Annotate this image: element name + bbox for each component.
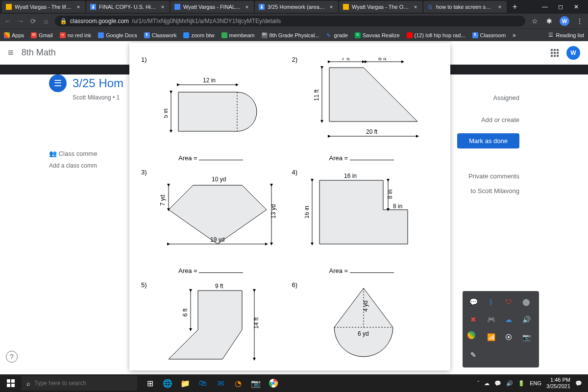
close-window-button[interactable]: ✕: [572, 3, 580, 10]
google-apps-icon[interactable]: [551, 49, 559, 57]
taskbar-search[interactable]: ⌕: [22, 376, 137, 391]
extension-icon[interactable]: ✱: [545, 17, 554, 25]
battery-icon[interactable]: 🔋: [518, 380, 525, 387]
answer-blank[interactable]: [199, 154, 243, 160]
close-icon[interactable]: ×: [497, 4, 503, 10]
bookmark-item[interactable]: ⬇Classwork: [144, 32, 177, 38]
bluetooth-icon[interactable]: ᛒ: [485, 296, 497, 308]
menu-icon[interactable]: ⋮: [575, 17, 584, 25]
wifi-icon[interactable]: 📶: [485, 331, 497, 343]
bookmark-label: no red ink: [68, 32, 91, 38]
reading-list-button[interactable]: ☰Reading list: [548, 32, 584, 38]
browser-tab[interactable]: ⬇FINAL COPY- U.S. Historic×: [86, 1, 170, 13]
dim-label: 8 in: [393, 203, 402, 210]
notifications-icon[interactable]: 💬: [575, 380, 582, 387]
tray-icon[interactable]: ⬤: [520, 296, 532, 308]
camera-icon[interactable]: 📷: [248, 376, 264, 391]
close-icon[interactable]: ×: [244, 4, 250, 10]
bookmark-item[interactable]: Bb8th Grade Physical...: [262, 32, 319, 38]
dim-label: 16 in: [305, 206, 310, 219]
answer-blank[interactable]: [350, 267, 394, 273]
edge-icon[interactable]: 🌐: [160, 376, 175, 391]
problem-5: 5) 9 ft 6 ft 14 ft: [139, 278, 290, 367]
dim-label: 9 ft: [215, 283, 223, 290]
chrome-icon[interactable]: [266, 376, 281, 391]
reload-button[interactable]: ⟳: [29, 17, 37, 25]
hamburger-icon[interactable]: ≡: [8, 47, 14, 58]
bookmark-label: membeam: [229, 32, 255, 38]
bookmark-item[interactable]: membeam: [221, 32, 255, 38]
help-button[interactable]: ?: [6, 351, 18, 363]
bookmark-label: Classroom: [480, 32, 506, 38]
answer-blank[interactable]: [199, 267, 243, 273]
tray-icon[interactable]: [467, 331, 475, 339]
back-button[interactable]: ←: [4, 17, 12, 25]
tray-expand-icon[interactable]: ˆ: [478, 380, 480, 386]
browser-tab[interactable]: Ghow to take screen shots×: [423, 1, 507, 13]
onedrive-icon[interactable]: ☁: [484, 380, 490, 387]
close-icon[interactable]: ×: [413, 4, 418, 10]
tray-icon[interactable]: 🛡: [503, 296, 514, 308]
bookmark-star-icon[interactable]: ☆: [530, 17, 539, 25]
url-input[interactable]: 🔒 classroom.google.com/u/1/c/MTIxNjg0NjM…: [55, 16, 525, 26]
file-explorer-icon[interactable]: 📁: [177, 376, 193, 391]
tray-icon[interactable]: ✎: [467, 349, 479, 361]
answer-blank[interactable]: [350, 154, 394, 160]
bookmark-item[interactable]: MGmail: [31, 32, 53, 38]
home-button[interactable]: ⌂: [42, 17, 50, 25]
search-input[interactable]: [34, 380, 132, 387]
class-title[interactable]: 8th Math: [22, 48, 56, 58]
bookmark-item[interactable]: (12) lofi hip hop rad...: [407, 32, 466, 38]
bookmark-item[interactable]: ✎grade: [326, 32, 348, 38]
bookmark-item[interactable]: SSavvas Realize: [355, 32, 400, 38]
new-tab-button[interactable]: +: [508, 2, 522, 11]
browser-tab-active[interactable]: ⬇3/25 Homework (area con×: [255, 1, 338, 13]
apps-shortcut[interactable]: Apps: [4, 32, 24, 38]
tray-icon[interactable]: 💬: [467, 296, 479, 308]
minimize-button[interactable]: —: [541, 3, 549, 10]
language-icon[interactable]: ENG: [530, 380, 541, 386]
problem-number: 1): [141, 56, 147, 63]
bookmark-item[interactable]: nno red ink: [60, 32, 91, 38]
tab-favicon: ⬇: [259, 4, 265, 10]
task-view-icon[interactable]: ⊞: [142, 376, 158, 391]
close-icon[interactable]: ×: [160, 4, 166, 10]
camera-icon[interactable]: 📷: [520, 331, 532, 343]
tray-icon[interactable]: ✖: [467, 314, 479, 325]
svg-point-22: [272, 382, 275, 385]
comment-to-teacher[interactable]: to Scott Milavong: [470, 187, 519, 195]
shape-5: 9 ft 6 ft 14 ft: [159, 281, 286, 364]
mail-icon[interactable]: ✉: [213, 376, 228, 391]
maximize-button[interactable]: ◻: [557, 3, 564, 10]
url-path: /u/1/c/MTIxNjg0NjMxNjk1/a/MzA3NDY1NjcyMT…: [132, 18, 281, 24]
bookmark-item[interactable]: Google Docs: [98, 32, 137, 38]
address-bar: ← → ⟳ ⌂ 🔒 classroom.google.com/u/1/c/MTI…: [0, 14, 588, 28]
close-icon[interactable]: ×: [75, 4, 81, 10]
tray-icon[interactable]: ⦿: [503, 331, 514, 343]
account-avatar[interactable]: W: [566, 46, 580, 60]
forward-button[interactable]: →: [17, 17, 24, 25]
browser-tab[interactable]: Wyatt Vargas - FINAL COP×: [171, 1, 254, 13]
bookmark-item[interactable]: zoom btw: [183, 32, 214, 38]
browser-tab-strip: Wyatt Vargas - The life of× ⬇FINAL COPY-…: [0, 0, 588, 14]
browser-tab[interactable]: Wyatt Vargas - The Outsic×: [339, 1, 422, 13]
bookmarks-overflow[interactable]: »: [513, 32, 516, 39]
tray-icon[interactable]: 🎮: [485, 314, 497, 325]
mark-done-button[interactable]: Mark as done: [457, 133, 519, 148]
profile-avatar[interactable]: W: [560, 16, 569, 26]
problem-number: 6): [292, 281, 298, 289]
bookmark-item[interactable]: ⬇Classroom: [472, 32, 506, 38]
clock[interactable]: 1:46 PM 3/25/2021: [546, 377, 570, 390]
volume-icon[interactable]: 🔊: [520, 314, 532, 325]
assignment-title: 3/25 Hom: [73, 76, 123, 90]
chat-icon[interactable]: 💬: [494, 380, 501, 387]
volume-icon[interactable]: 🔊: [506, 380, 513, 387]
start-button[interactable]: [2, 374, 20, 392]
app-icon[interactable]: ◔: [230, 376, 246, 391]
browser-tab[interactable]: Wyatt Vargas - The life of×: [2, 1, 85, 13]
store-icon[interactable]: 🛍: [195, 376, 211, 391]
people-icon: 👥: [49, 150, 59, 157]
tab-title: Wyatt Vargas - FINAL COP: [183, 4, 241, 10]
tray-icon[interactable]: ☁: [503, 314, 514, 325]
close-icon[interactable]: ×: [328, 4, 334, 10]
